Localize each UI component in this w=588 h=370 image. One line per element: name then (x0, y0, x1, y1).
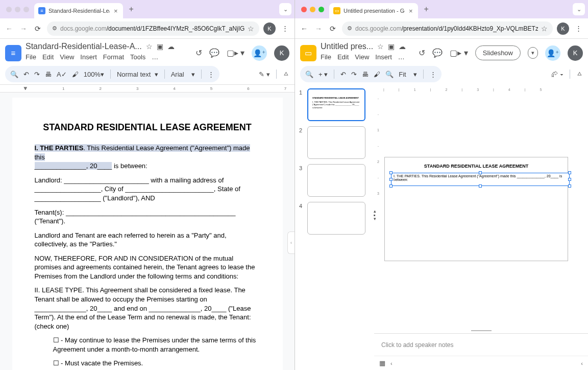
slide-editor[interactable]: STANDARD RESIDENTIAL LEASE AGREEMENT I. … (382, 91, 588, 328)
textbox-side-controls[interactable]: ▴■▾ (374, 209, 376, 221)
star-icon[interactable]: ☆ (377, 42, 384, 51)
back-icon[interactable]: ← (4, 24, 14, 34)
close-dot[interactable] (301, 7, 307, 12)
profile-avatar[interactable]: K (263, 22, 276, 35)
max-dot[interactable] (318, 7, 324, 12)
menu-format[interactable]: Format (103, 53, 124, 61)
resize-handle[interactable] (568, 178, 571, 181)
slideshow-dropdown-icon[interactable]: ▾ (528, 47, 538, 59)
menu-view[interactable]: View (60, 53, 74, 61)
slide-thumb-4[interactable] (307, 202, 365, 235)
menu-view[interactable]: View (355, 53, 369, 61)
resize-handle[interactable] (479, 171, 482, 174)
new-tab-button[interactable]: + (125, 5, 138, 14)
reload-icon[interactable]: ⟳ (33, 24, 43, 34)
menu-more[interactable]: … (398, 53, 405, 61)
menu-file[interactable]: File (321, 53, 331, 61)
cursor-mode-icon[interactable]: ⮳ ▾ (551, 71, 564, 78)
grid-view-icon[interactable]: ▦ (379, 359, 385, 367)
collapse-toolbar-icon[interactable]: ㅿ (576, 70, 583, 79)
menu-edit[interactable]: Edit (337, 53, 349, 61)
redo-icon[interactable]: ↷ (34, 71, 40, 78)
document-page[interactable]: STANDARD RESIDENTIAL LEASE AGREEMENT I. … (12, 98, 283, 370)
comment-icon[interactable]: 💬 (432, 48, 443, 58)
zoom-icon[interactable]: 🔍 (385, 71, 394, 78)
share-button[interactable]: 👤⁺ (252, 45, 267, 61)
site-info-icon[interactable]: ⚙ (347, 25, 352, 32)
min-dot[interactable] (310, 7, 315, 12)
reload-icon[interactable]: ⟳ (328, 24, 338, 34)
min-dot[interactable] (15, 7, 20, 12)
cloud-saved-icon[interactable]: ☁ (399, 42, 406, 51)
comment-icon[interactable]: 💬 (209, 48, 219, 58)
search-icon[interactable]: 🔍 (10, 71, 18, 78)
resize-handle[interactable] (568, 184, 571, 188)
move-icon[interactable]: ▣ (388, 42, 395, 51)
collapse-toolbar-icon[interactable]: ㅿ (283, 70, 289, 79)
browser-menu-icon[interactable]: ⋮ (280, 25, 290, 32)
print-icon[interactable]: 🖶 (362, 71, 369, 78)
selected-textbox[interactable]: I. THE PARTIES. This Residential Lease A… (391, 173, 570, 186)
browser-tab[interactable]: ≡ Standard-Residential-Lease- × (34, 3, 123, 18)
url-input[interactable]: ⚙ docs.google.com/document/d/1FZBffee4IY… (47, 21, 259, 36)
url-input[interactable]: ⚙ docs.google.com/presentation/d/1py0Idd… (342, 21, 553, 36)
doc-title[interactable]: Untitled pres... (321, 42, 373, 51)
account-avatar[interactable]: K (568, 45, 583, 61)
menu-edit[interactable]: Edit (42, 53, 54, 61)
browser-tab[interactable]: ▭ Untitled presentation - Googl × (329, 3, 418, 18)
history-icon[interactable]: ↺ (419, 48, 425, 58)
doc-title[interactable]: Standard-Residential-Lease-A... (26, 42, 142, 51)
font-select[interactable]: Arial ▾ (171, 71, 195, 78)
resize-handle[interactable] (389, 184, 393, 188)
menu-insert[interactable]: Insert (375, 53, 392, 61)
paint-format-icon[interactable]: 🖌 (374, 71, 380, 78)
star-icon[interactable]: ☆ (146, 42, 153, 51)
resize-handle[interactable] (568, 171, 571, 174)
resize-handle[interactable] (479, 184, 482, 188)
notes-resize-handle[interactable] (471, 330, 492, 331)
back-icon[interactable]: ← (299, 24, 309, 34)
docs-app-icon[interactable]: ≡ (5, 45, 21, 61)
h-ruler[interactable]: ||1|2|3|4|5 (374, 84, 588, 91)
undo-icon[interactable]: ↶ (23, 71, 29, 78)
meet-icon[interactable]: ▢▸ ▾ (450, 48, 468, 58)
max-dot[interactable] (23, 7, 29, 12)
history-icon[interactable]: ↺ (195, 48, 202, 58)
close-icon[interactable]: × (113, 7, 119, 15)
tab-dropdown-icon[interactable]: ⌄ (573, 3, 585, 15)
site-info-icon[interactable]: ⚙ (52, 25, 57, 32)
menu-more[interactable]: … (152, 53, 158, 61)
profile-avatar[interactable]: K (557, 22, 569, 35)
paint-format-icon[interactable]: 🖌 (72, 71, 79, 78)
close-dot[interactable] (6, 7, 12, 12)
document-canvas[interactable]: STANDARD RESIDENTIAL LEASE AGREEMENT I. … (0, 92, 295, 370)
close-icon[interactable]: × (408, 7, 414, 15)
meet-icon[interactable]: ▢▸ ▾ (227, 48, 244, 58)
move-icon[interactable]: ▣ (157, 42, 163, 51)
menu-tools[interactable]: Tools (130, 53, 145, 61)
slideshow-button[interactable]: Slideshow (475, 45, 521, 60)
slide-title-text[interactable]: STANDARD RESIDENTIAL LEASE AGREEMENT (385, 157, 568, 169)
new-slide-icon[interactable]: + ▾ (318, 71, 328, 78)
bookmark-star-icon[interactable]: ☆ (541, 25, 548, 33)
undo-icon[interactable]: ↶ (340, 71, 346, 78)
side-panel-toggle[interactable]: ‹ (581, 360, 583, 366)
slide-canvas[interactable]: STANDARD RESIDENTIAL LEASE AGREEMENT I. … (384, 157, 568, 261)
side-panel-toggle[interactable]: ‹ (287, 232, 295, 254)
tab-dropdown-icon[interactable]: ⌄ (279, 3, 291, 15)
browser-menu-icon[interactable]: ⋮ (573, 25, 584, 32)
style-select[interactable]: Normal text ▾ (117, 71, 158, 78)
more-tools-icon[interactable]: ⋮ (208, 71, 214, 78)
new-tab-button[interactable]: + (420, 5, 433, 14)
bookmark-star-icon[interactable]: ☆ (248, 25, 254, 33)
menu-file[interactable]: File (26, 53, 36, 61)
cloud-saved-icon[interactable]: ☁ (167, 42, 175, 51)
zoom-select[interactable]: Fit ▾ (399, 71, 417, 78)
collapse-icon[interactable]: ‹ (390, 360, 393, 366)
print-icon[interactable]: 🖶 (45, 71, 52, 78)
resize-handle[interactable] (389, 171, 393, 174)
slide-thumb-2[interactable] (307, 126, 365, 159)
spellcheck-icon[interactable]: A✓ (57, 71, 67, 78)
editing-mode-icon[interactable]: ✎ ▾ (259, 71, 270, 78)
more-tools-icon[interactable]: ⋮ (430, 71, 436, 78)
